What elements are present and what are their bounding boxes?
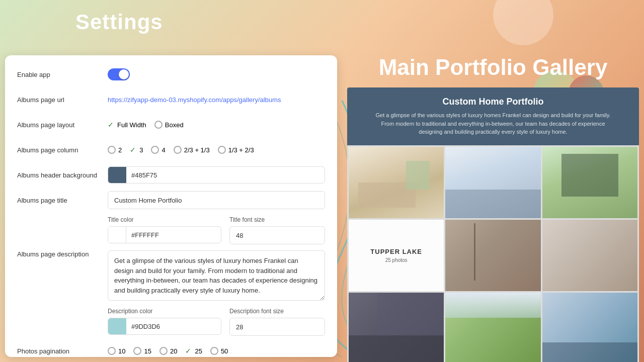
gallery-grid: TUPPER LAKE 25 photos: [347, 145, 639, 362]
gallery-photo-5: [445, 220, 540, 291]
column-2-label: 2: [118, 146, 122, 154]
column-2-3-label: 2/3 + 1/3: [184, 146, 210, 154]
pagination-25-label: 25: [195, 347, 202, 355]
column-3-label: 3: [139, 146, 143, 154]
layout-full-width-check: ✓: [108, 121, 114, 129]
pagination-10-radio: [108, 347, 116, 355]
albums-page-url-link[interactable]: https://zifyapp-demo-03.myshopify.com/ap…: [108, 96, 281, 104]
desc-font-size-input[interactable]: [229, 318, 325, 336]
column-3-check: ✓: [130, 146, 136, 154]
title-color-size-row: Title color Title font size: [17, 216, 325, 244]
enable-app-toggle[interactable]: [108, 68, 130, 80]
gallery-photo-2: [445, 147, 540, 218]
albums-header-bg-swatch[interactable]: [108, 167, 126, 183]
pagination-25-check: ✓: [185, 347, 191, 355]
photos-pagination-label: Photos pagination: [17, 347, 108, 355]
albums-page-title-row: Albums page title: [17, 191, 325, 209]
layout-full-width-label: Full Width: [117, 121, 146, 129]
column-2-option[interactable]: 2: [108, 146, 122, 154]
desc-color-col: Description color: [108, 308, 221, 336]
gallery-photo-7: [349, 293, 444, 362]
gallery-photo-3: [542, 147, 637, 218]
column-3-option[interactable]: ✓ 3: [130, 146, 143, 154]
albums-page-url-control: https://zifyapp-demo-03.myshopify.com/ap…: [108, 95, 325, 104]
tupper-overlay: TUPPER LAKE 25 photos: [349, 220, 444, 291]
pagination-25-option[interactable]: ✓ 25: [185, 347, 202, 355]
tupper-lake-count: 25 photos: [385, 257, 408, 263]
title-color-swatch[interactable]: [108, 227, 126, 243]
gallery-photo-6: [542, 220, 637, 291]
page-title: Settings: [75, 10, 163, 34]
tupper-lake-label: TUPPER LAKE: [370, 248, 422, 255]
title-font-size-input[interactable]: [229, 226, 325, 244]
albums-page-column-row: Albums page column 2 ✓ 3 4 2/3 + 1/3 1/3…: [17, 141, 325, 159]
pagination-20-radio: [159, 347, 168, 355]
gallery-header-title: Custom Home Portfolio: [359, 97, 627, 107]
column-1-3-radio: [218, 146, 226, 154]
albums-desc-control: Get a glimpse of the various styles of l…: [108, 250, 325, 303]
layout-full-width-option[interactable]: ✓ Full Width: [108, 121, 146, 129]
pagination-10-label: 10: [118, 347, 125, 355]
title-color-value[interactable]: [126, 231, 221, 239]
desc-font-size-label: Description font size: [229, 308, 325, 315]
desc-color-swatch[interactable]: [108, 318, 126, 334]
desc-color-label: Description color: [108, 308, 221, 315]
gallery-preview: Main Portfolio Gallery Custom Home Portf…: [347, 55, 639, 357]
albums-page-url-label: Albums page url: [17, 96, 108, 104]
gallery-preview-title: Main Portfolio Gallery: [347, 55, 639, 79]
pagination-50-radio: [210, 347, 218, 355]
albums-header-bg-control: [108, 166, 325, 184]
albums-page-column-label: Albums page column: [17, 146, 108, 154]
albums-page-layout-control: ✓ Full Width Boxed: [108, 121, 325, 129]
pagination-50-option[interactable]: 50: [210, 347, 228, 355]
albums-page-column-control: 2 ✓ 3 4 2/3 + 1/3 1/3 + 2/3: [108, 146, 325, 154]
column-2-3-radio: [174, 146, 182, 154]
title-color-input-row: [108, 226, 221, 243]
photos-pagination-row: Photos pagination 10 15 20 ✓ 25 50: [17, 342, 325, 357]
column-4-option[interactable]: 4: [151, 146, 165, 154]
albums-page-title-input[interactable]: [108, 191, 325, 209]
gallery-header-desc: Get a glimpse of the various styles of l…: [372, 111, 614, 136]
gallery-header: Custom Home Portfolio Get a glimpse of t…: [347, 87, 639, 145]
column-2-radio: [108, 146, 116, 154]
albums-header-bg-label: Albums header background: [17, 171, 108, 179]
column-1-3-label: 1/3 + 2/3: [228, 146, 254, 154]
desc-color-value[interactable]: [126, 323, 221, 330]
pagination-20-option[interactable]: 20: [159, 347, 177, 355]
layout-boxed-label: Boxed: [165, 121, 184, 129]
layout-boxed-radio: [154, 121, 163, 129]
photos-pagination-control: 10 15 20 ✓ 25 50: [108, 347, 325, 355]
gallery-photo-9: [542, 293, 637, 362]
desc-color-input-row: [108, 318, 221, 335]
title-color-col: Title color: [108, 216, 221, 244]
column-1-3-option[interactable]: 1/3 + 2/3: [218, 146, 254, 154]
enable-app-label: Enable app: [17, 71, 108, 78]
albums-page-url-row: Albums page url https://zifyapp-demo-03.…: [17, 90, 325, 109]
gallery-photo-8: [445, 293, 540, 362]
albums-page-layout-label: Albums page layout: [17, 121, 108, 129]
albums-desc-textarea[interactable]: Get a glimpse of the various styles of l…: [108, 250, 325, 301]
title-font-size-label: Title font size: [229, 216, 325, 223]
gallery-photo-1: [349, 147, 444, 218]
enable-app-row: Enable app: [17, 65, 325, 83]
albums-header-bg-row: Albums header background: [17, 166, 325, 184]
gallery-content: Custom Home Portfolio Get a glimpse of t…: [347, 87, 639, 362]
albums-desc-row: Albums page description Get a glimpse of…: [17, 250, 325, 303]
column-2-3-option[interactable]: 2/3 + 1/3: [174, 146, 210, 154]
pagination-15-option[interactable]: 15: [133, 347, 151, 355]
title-color-label: Title color: [108, 216, 221, 223]
pagination-15-radio: [133, 347, 141, 355]
albums-page-layout-row: Albums page layout ✓ Full Width Boxed: [17, 116, 325, 134]
pagination-15-label: 15: [144, 347, 151, 355]
pagination-50-label: 50: [221, 347, 228, 355]
albums-page-title-control: [108, 191, 325, 209]
title-font-size-col: Title font size: [229, 216, 325, 244]
albums-page-title-label: Albums page title: [17, 197, 108, 204]
albums-header-bg-input-row: [108, 166, 325, 184]
pagination-10-option[interactable]: 10: [108, 347, 125, 355]
pagination-20-label: 20: [170, 347, 177, 355]
column-4-radio: [151, 146, 159, 154]
albums-desc-label: Albums page description: [17, 250, 108, 258]
albums-header-bg-value[interactable]: [126, 171, 325, 179]
layout-boxed-option[interactable]: Boxed: [154, 121, 184, 129]
